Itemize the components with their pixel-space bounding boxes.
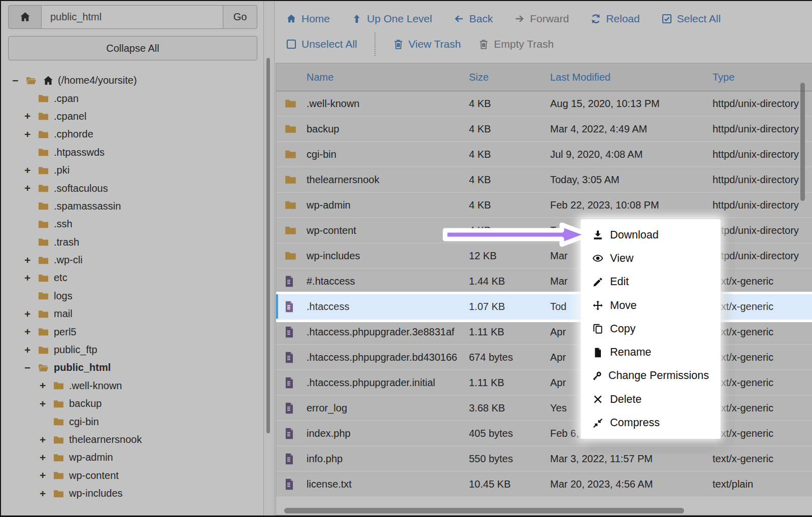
file-last-modified: Today, 3:05 AM — [550, 174, 713, 186]
file-last-modified: Aug 15, 2020, 10:13 PM — [550, 98, 713, 110]
row-icon-cell — [276, 476, 307, 492]
tree-expander[interactable]: + — [24, 344, 37, 356]
tree-expander[interactable]: − — [12, 75, 24, 87]
table-row-info-php[interactable]: info.php550 bytesMar 3, 2022, 11:57 PMte… — [276, 446, 812, 472]
table-row-backup[interactable]: backup4 KBMar 4, 2022, 4:49 AMhttpd/unix… — [276, 117, 812, 142]
tree-item-perl5[interactable]: +perl5 — [1, 323, 258, 340]
tree-expander[interactable]: + — [24, 308, 37, 320]
reload-button[interactable]: Reload — [590, 13, 640, 25]
context-menu-item-copy[interactable]: Copy — [581, 317, 721, 340]
tree-item-logs[interactable]: logs — [1, 287, 258, 305]
table-row-well-known[interactable]: .well-known4 KBAug 15, 2020, 10:13 PMhtt… — [276, 91, 812, 117]
tree-item-cgi-bin[interactable]: cgi-bin — [1, 412, 258, 430]
row-icon-cell — [276, 426, 307, 441]
tree-item-well-known[interactable]: +.well-known — [1, 377, 258, 395]
unselect-all-button[interactable]: Unselect All — [286, 38, 357, 50]
tree-expander[interactable]: − — [24, 362, 37, 374]
up-one-level-button[interactable]: Up One Level — [351, 13, 432, 25]
table-row-index-php[interactable]: index.php405 bytesFeb 6, 2020, 11:33 PMt… — [276, 421, 812, 446]
context-menu-item-delete[interactable]: Delete — [581, 388, 721, 411]
tree-item-label: .softaculous — [54, 183, 108, 194]
collapse-all-button[interactable]: Collapse All — [8, 36, 257, 60]
tree-expander[interactable]: + — [24, 272, 37, 284]
context-menu-item-rename[interactable]: Rename — [581, 340, 721, 364]
tree-expander[interactable]: + — [40, 452, 52, 464]
tree-item-spamassassin[interactable]: .spamassassin — [1, 197, 258, 215]
column-header-size[interactable]: Size — [469, 72, 550, 83]
tree-item-home4-yoursite[interactable]: −(/home4/yoursite) — [1, 72, 258, 89]
table-row-htaccess-phpupgrader-initial[interactable]: .htaccess.phpupgrader.initial1.11 KBAprt… — [276, 370, 812, 396]
file-icon — [283, 375, 296, 391]
file-size: 10.45 KB — [469, 478, 550, 490]
folder-icon — [283, 249, 298, 262]
tree-expander[interactable]: + — [24, 128, 37, 141]
tree-item-softaculous[interactable]: +.softaculous — [1, 179, 258, 197]
table-row-wp-includes[interactable]: wp-includes12 KBMarhttpd/unix-directory — [276, 244, 812, 269]
context-menu-item-move[interactable]: Move — [581, 294, 721, 317]
tree-item-wp-cli[interactable]: +.wp-cli — [1, 251, 258, 269]
tree-item-cpan[interactable]: .cpan — [1, 89, 258, 107]
back-button[interactable]: Back — [453, 13, 493, 25]
tree-item-wp-includes[interactable]: +wp-includes — [1, 485, 258, 502]
tree-expander[interactable]: + — [24, 182, 37, 194]
table-row-wp-admin[interactable]: wp-admin4 KBFeb 22, 2023, 10:08 PMhttpd/… — [276, 193, 812, 218]
tree-item-ssh[interactable]: .ssh — [1, 215, 258, 233]
tree-scrollbar[interactable] — [266, 58, 270, 433]
file-type: httpd/unix-directory — [713, 199, 812, 211]
horizontal-scrollbar[interactable] — [284, 508, 684, 513]
table-row-license-txt[interactable]: license.txt10.45 KBMar 20, 2023, 4:56 AM… — [276, 472, 812, 497]
context-menu-item-compress[interactable]: Compress — [581, 411, 721, 434]
tree-expander[interactable]: + — [40, 434, 52, 446]
tree-item-label: .well-known — [69, 380, 122, 392]
tree-item-cpanel[interactable]: +.cpanel — [1, 108, 258, 125]
tree-item-wp-admin[interactable]: +wp-admin — [1, 449, 258, 466]
table-row-htaccess[interactable]: #.htaccess1.44 KBMartext/x-generic — [276, 269, 812, 294]
tree-expander[interactable]: + — [40, 398, 52, 410]
context-menu-item-view[interactable]: View — [581, 247, 721, 270]
tree-item-etc[interactable]: +etc — [1, 269, 258, 287]
column-header-type[interactable]: Type — [713, 72, 812, 83]
table-row-thelearnersnook[interactable]: thelearnersnook4 KBToday, 3:05 AMhttpd/u… — [276, 167, 812, 193]
empty-trash-button: Empty Trash — [478, 38, 554, 50]
view-trash-button[interactable]: View Trash — [393, 38, 461, 50]
tree-item-thelearnersnook[interactable]: +thelearnersnook — [1, 431, 258, 449]
folder-icon — [37, 146, 50, 158]
tree-item-htpasswds[interactable]: .htpasswds — [1, 144, 258, 161]
home-button[interactable]: Home — [286, 13, 330, 25]
table-row-error-log[interactable]: error_log3.68 KBYestext/x-generic — [276, 396, 812, 421]
tree-expander[interactable]: + — [24, 164, 37, 177]
tree-expander[interactable]: + — [24, 110, 37, 122]
table-row-htaccess[interactable]: .htaccess1.07 KBTodtext/x-generic — [276, 294, 812, 320]
context-menu-item-edit[interactable]: Edit — [581, 270, 721, 294]
table-row-htaccess-phpupgrader-3e8831af[interactable]: .htaccess.phpupgrader.3e8831af1.11 KBApr… — [276, 320, 812, 345]
table-row-wp-content[interactable]: wp-content4 KBTodhttpd/unix-directory — [276, 218, 812, 244]
column-header-name[interactable]: Name — [307, 71, 469, 84]
context-menu-item-change-permissions[interactable]: Change Permissions — [581, 364, 721, 388]
select-all-button[interactable]: Select All — [661, 13, 721, 25]
tree-item-mail[interactable]: +mail — [1, 305, 258, 323]
table-row-cgi-bin[interactable]: cgi-bin4 KBJul 9, 2020, 4:08 AMhttpd/uni… — [276, 142, 812, 167]
tree-item-pki[interactable]: +.pki — [1, 161, 258, 179]
path-input[interactable] — [42, 5, 223, 29]
tree-expander[interactable]: + — [40, 469, 52, 481]
context-menu-item-download[interactable]: Download — [581, 223, 721, 247]
tree-expander[interactable]: + — [24, 326, 37, 338]
tree-item-backup[interactable]: +backup — [1, 395, 258, 412]
home-directory-button[interactable] — [8, 5, 42, 29]
table-row-htaccess-phpupgrader-bd430166[interactable]: .htaccess.phpupgrader.bd430166674 bytesA… — [276, 345, 812, 370]
context-menu-item-label: Change Permissions — [608, 369, 709, 382]
file-last-modified: Mar 4, 2022, 4:49 AM — [550, 123, 713, 135]
tree-item-wp-content[interactable]: +wp-content — [1, 467, 258, 485]
file-type: httpd/unix-directory — [713, 98, 812, 110]
tree-item-public-ftp[interactable]: +public_ftp — [1, 341, 258, 359]
tree-item-trash[interactable]: .trash — [1, 233, 258, 251]
tree-item-cphorde[interactable]: +.cphorde — [1, 125, 258, 143]
table-scrollbar[interactable] — [800, 83, 805, 201]
tree-expander[interactable]: + — [40, 488, 52, 500]
tree-item-public-html[interactable]: −public_html — [1, 359, 258, 376]
folder-icon — [37, 254, 50, 266]
tree-expander[interactable]: + — [40, 380, 52, 392]
tree-expander[interactable]: + — [24, 254, 37, 266]
go-button[interactable]: Go — [223, 5, 257, 29]
column-header-last-modified[interactable]: Last Modified — [550, 72, 713, 83]
